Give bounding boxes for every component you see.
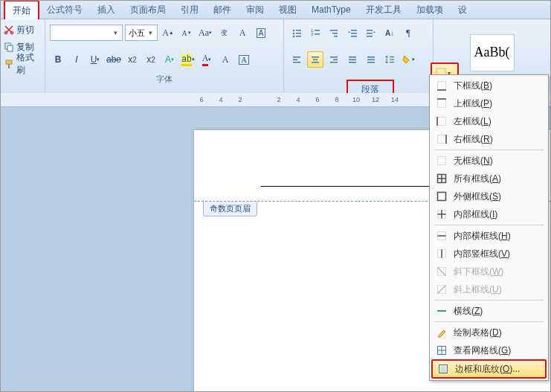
- svg-text:2: 2: [311, 32, 314, 36]
- tab-7[interactable]: 视图: [271, 1, 304, 19]
- borders-menu-item-top[interactable]: 上框线(P): [431, 94, 547, 112]
- tab-2[interactable]: 插入: [90, 1, 123, 19]
- font-size-combo[interactable]: 小五 ▾: [125, 25, 158, 41]
- left-border-icon: [436, 115, 448, 127]
- ruler-number: 14: [391, 96, 399, 103]
- svg-rect-30: [312, 62, 319, 63]
- diag-d-border-icon: [436, 266, 448, 277]
- borders-menu-item-draw[interactable]: 绘制表格(D): [431, 324, 547, 341]
- borders-menu-item-hr[interactable]: 横线(Z): [431, 302, 547, 320]
- multilevel-button[interactable]: [326, 25, 342, 41]
- menu-item-label: 无框线(N): [454, 155, 493, 167]
- borders-menu-item-all[interactable]: 所有框线(A): [431, 170, 547, 187]
- change-case-button[interactable]: Aa▾: [197, 25, 213, 41]
- borders-menu-item-iv[interactable]: 内部竖框线(V): [431, 245, 547, 263]
- svg-rect-49: [438, 118, 446, 126]
- tab-5[interactable]: 邮件: [206, 1, 239, 19]
- menu-tabs: 开始公式符号插入页面布局引用邮件审阅视图MathType开发工具加载项设: [1, 1, 550, 19]
- menu-separator: [434, 150, 544, 150]
- style-item[interactable]: AaBb(: [470, 34, 515, 71]
- highlight-button[interactable]: ab▾: [180, 51, 196, 68]
- svg-rect-53: [438, 157, 446, 165]
- svg-rect-40: [390, 57, 394, 57]
- increase-indent-button[interactable]: [363, 25, 379, 41]
- tab-1[interactable]: 公式符号: [39, 1, 90, 19]
- char-shading-button[interactable]: A: [217, 51, 233, 68]
- clear-format-button[interactable]: A: [234, 25, 251, 41]
- tab-0[interactable]: 开始: [4, 0, 39, 21]
- borders-menu-item-bottom[interactable]: 下框线(B): [431, 77, 547, 94]
- italic-button[interactable]: I: [68, 51, 85, 68]
- text-effects-button[interactable]: A▾: [161, 51, 178, 68]
- tab-4[interactable]: 引用: [173, 1, 206, 19]
- menu-item-label: 左框线(L): [454, 115, 492, 128]
- borders-menu-item-grid[interactable]: 查看网格线(G): [431, 341, 547, 359]
- phonetic-guide-button[interactable]: 变: [216, 25, 232, 41]
- format-painter-button[interactable]: 格式刷: [2, 57, 43, 71]
- borders-menu-item-diag-u: 斜上框线(U): [431, 280, 547, 298]
- ruler-number: 10: [352, 96, 360, 103]
- justify-button[interactable]: [344, 51, 361, 68]
- menu-item-label: 内部竖框线(V): [454, 248, 510, 260]
- align-left-button[interactable]: [289, 51, 305, 68]
- svg-rect-21: [351, 36, 357, 37]
- menu-separator: [434, 300, 544, 301]
- tab-3[interactable]: 页面布局: [123, 1, 173, 19]
- svg-rect-9: [296, 33, 301, 34]
- menu-item-label: 内部横框线(H): [454, 230, 511, 242]
- sort-button[interactable]: A↓: [381, 25, 398, 41]
- borders-menu-item-outside[interactable]: 外侧框线(S): [431, 187, 547, 205]
- bold-button[interactable]: B: [50, 51, 66, 68]
- tab-10[interactable]: 加载项: [409, 1, 451, 19]
- bullets-button[interactable]: [289, 25, 305, 41]
- ruler-number: 4: [296, 96, 300, 103]
- line-spacing-button[interactable]: [381, 51, 398, 68]
- ruler-number: 2: [277, 96, 280, 103]
- numbering-button[interactable]: 12: [307, 25, 323, 41]
- svg-rect-58: [438, 193, 446, 201]
- svg-rect-36: [349, 62, 356, 63]
- ruler-number: 6: [315, 96, 319, 103]
- svg-rect-59: [438, 193, 446, 201]
- strike-button[interactable]: abe: [106, 51, 122, 68]
- draw-border-icon: [436, 327, 448, 338]
- tab-11[interactable]: 设: [451, 1, 474, 19]
- menu-item-label: 斜下框线(W): [454, 266, 503, 278]
- underline-button[interactable]: U▾: [87, 51, 103, 68]
- borders-menu-item-right[interactable]: 右框线(R): [431, 130, 547, 148]
- svg-rect-13: [315, 30, 320, 31]
- svg-rect-35: [349, 60, 356, 61]
- right-border-icon: [436, 133, 448, 145]
- tab-9[interactable]: 开发工具: [358, 1, 409, 19]
- char-border-button[interactable]: A: [236, 51, 252, 68]
- borders-menu-item-none[interactable]: 无框线(N): [431, 152, 547, 170]
- cut-button[interactable]: 剪切: [2, 22, 43, 37]
- superscript-button[interactable]: x2: [143, 51, 159, 68]
- distribute-button[interactable]: [363, 51, 379, 68]
- borders-menu-item-dialog[interactable]: 边框和底纹(O)...: [431, 359, 547, 379]
- align-right-button[interactable]: [326, 51, 342, 68]
- shrink-font-button[interactable]: A▼: [178, 25, 195, 41]
- enclose-char-button[interactable]: A: [253, 25, 269, 41]
- svg-point-10: [293, 36, 295, 38]
- grow-font-button[interactable]: A▲: [160, 25, 176, 41]
- borders-menu-item-inside[interactable]: 内部框线(I): [431, 205, 547, 223]
- shading-button[interactable]: ▾: [400, 51, 416, 68]
- show-marks-button[interactable]: ¶: [400, 25, 416, 41]
- cut-label: 剪切: [16, 24, 34, 36]
- svg-rect-23: [367, 33, 373, 34]
- font-color-button[interactable]: A▾: [199, 51, 215, 68]
- subscript-button[interactable]: x2: [124, 51, 141, 68]
- svg-rect-37: [367, 57, 375, 58]
- tab-6[interactable]: 审阅: [239, 1, 271, 19]
- decrease-indent-button[interactable]: [344, 25, 361, 41]
- svg-rect-4: [6, 60, 12, 64]
- borders-menu-item-left[interactable]: 左框线(L): [431, 112, 547, 130]
- align-center-button[interactable]: [307, 51, 323, 68]
- chevron-down-icon: ▾: [112, 29, 119, 36]
- tab-8[interactable]: MathType: [304, 1, 358, 19]
- bottom-border-icon: [436, 80, 448, 91]
- borders-menu-item-ih[interactable]: 内部横框线(H): [431, 227, 547, 245]
- font-name-combo[interactable]: ▾: [50, 25, 123, 41]
- ruler-number: 6: [199, 96, 203, 103]
